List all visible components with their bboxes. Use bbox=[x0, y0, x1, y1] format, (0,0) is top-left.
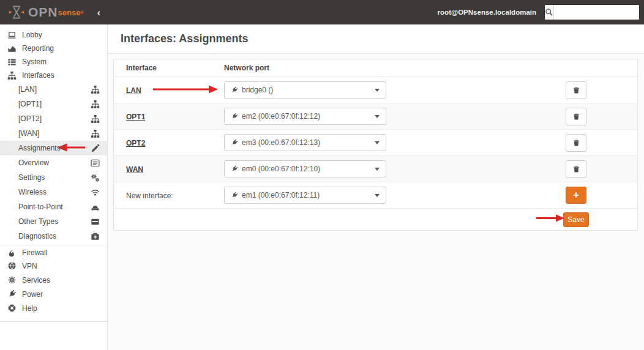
opnsense-logo-icon bbox=[9, 5, 24, 20]
interface-link-opt1[interactable]: OPT1 bbox=[126, 113, 145, 121]
pencil-icon bbox=[91, 144, 100, 153]
selected-port-label: em1 (00:e0:67:0f:12:11) bbox=[242, 191, 320, 199]
chevron-down-icon bbox=[375, 194, 380, 197]
sidebar-item-services[interactable]: Services bbox=[0, 273, 107, 287]
sitemap-icon bbox=[7, 71, 17, 80]
table-row: WAN em0 (00:e0:67:0f:12:10) bbox=[114, 155, 637, 182]
table-row: LAN bridge0 () bbox=[114, 76, 637, 103]
selected-port-label: bridge0 () bbox=[242, 86, 273, 94]
plug-icon bbox=[231, 192, 238, 199]
network-port-select-opt1[interactable]: em2 (00:e0:67:0f:12:12) bbox=[224, 108, 386, 125]
fire-icon bbox=[7, 248, 17, 258]
chevron-down-icon bbox=[375, 168, 380, 171]
sidebar-item-firewall[interactable]: Firewall bbox=[0, 245, 107, 259]
search-box[interactable] bbox=[544, 4, 640, 20]
sidebar-item-label: Settings bbox=[18, 173, 45, 182]
sidebar-item-label: Assignments bbox=[18, 144, 61, 152]
sidebar-divider bbox=[0, 321, 107, 322]
network-port-select-wan[interactable]: em0 (00:e0:67:0f:12:10) bbox=[224, 160, 386, 177]
opnsense-logo[interactable]: OPNsense® bbox=[9, 5, 84, 20]
sitemap-icon bbox=[91, 114, 100, 124]
sidebar-item-lobby[interactable]: Lobby bbox=[0, 28, 107, 42]
sidebar-item-label: [WAN] bbox=[18, 129, 39, 138]
sidebar-item-label: System bbox=[22, 58, 47, 66]
sidebar-collapse-chevron-icon[interactable]: ‹ bbox=[97, 7, 101, 18]
interface-link-lan[interactable]: LAN bbox=[126, 86, 141, 95]
sidebar-item-assignments[interactable]: Assignments bbox=[0, 141, 107, 155]
new-interface-label: New interface: bbox=[126, 192, 173, 200]
selected-port-label: em0 (00:e0:67:0f:12:10) bbox=[242, 165, 320, 173]
search-input[interactable] bbox=[554, 5, 640, 20]
sidebar-item-settings[interactable]: Settings bbox=[0, 170, 107, 185]
plug-icon bbox=[231, 113, 238, 120]
sidebar-item-wireless[interactable]: Wireless bbox=[0, 185, 107, 199]
sidebar-item-label: VPN bbox=[22, 262, 37, 270]
main-content: Interfaces: Assignments Interface Networ… bbox=[108, 24, 644, 350]
interface-link-opt2[interactable]: OPT2 bbox=[126, 139, 145, 147]
sidebar-item-help[interactable]: Help bbox=[0, 301, 107, 315]
sidebar-item-reporting[interactable]: Reporting bbox=[0, 42, 107, 55]
sidebar-item-label: Wireless bbox=[18, 188, 47, 196]
sidebar-item-other-types[interactable]: Other Types bbox=[0, 214, 107, 229]
sidebar-item-opt1[interactable]: [OPT1] bbox=[0, 97, 107, 111]
sidebar-item-vpn[interactable]: VPN bbox=[0, 259, 107, 273]
list-icon bbox=[7, 58, 17, 67]
top-header-bar: OPNsense® ‹ root@OPNsense.localdomain bbox=[0, 0, 644, 24]
table-row: OPT1 em2 (00:e0:67:0f:12:12) bbox=[114, 103, 637, 129]
table-header-row: Interface Network port bbox=[114, 59, 637, 76]
logged-in-user-label: root@OPNsense.localdomain bbox=[438, 9, 536, 16]
globe-icon bbox=[7, 261, 17, 270]
sidebar-item-wan[interactable]: [WAN] bbox=[0, 126, 107, 141]
network-port-select-opt2[interactable]: em3 (00:e0:67:0f:12:13) bbox=[224, 134, 386, 151]
column-header-interface: Interface bbox=[114, 64, 224, 72]
trash-icon bbox=[572, 86, 580, 94]
plug-icon bbox=[231, 165, 238, 173]
sidebar-item-point-to-point[interactable]: Point-to-Point bbox=[0, 199, 107, 214]
page-title: Interfaces: Assignments bbox=[121, 32, 248, 45]
title-bar: Interfaces: Assignments bbox=[108, 24, 644, 54]
interface-link-wan[interactable]: WAN bbox=[126, 165, 143, 174]
save-button[interactable]: Save bbox=[563, 212, 589, 227]
add-interface-button[interactable]: + bbox=[566, 187, 586, 204]
plug-icon bbox=[231, 139, 238, 146]
logo-text-opn: OPN bbox=[28, 5, 58, 20]
network-port-select-lan[interactable]: bridge0 () bbox=[224, 81, 386, 99]
sidebar-item-overview[interactable]: Overview bbox=[0, 155, 107, 170]
sidebar-item-label: [LAN] bbox=[18, 85, 37, 94]
plug-icon bbox=[231, 86, 238, 94]
network-port-select-new[interactable]: em1 (00:e0:67:0f:12:11) bbox=[224, 187, 386, 204]
sidebar-item-label: Point-to-Point bbox=[18, 203, 63, 211]
wifi-icon bbox=[91, 188, 100, 197]
area-chart-icon bbox=[7, 44, 17, 53]
sidebar-item-power[interactable]: Power bbox=[0, 287, 107, 301]
logo-registered-mark: ® bbox=[80, 10, 83, 15]
archive-icon bbox=[91, 217, 100, 226]
sidebar-item-diagnostics[interactable]: Diagnostics bbox=[0, 229, 107, 244]
selected-port-label: em3 (00:e0:67:0f:12:13) bbox=[242, 138, 320, 147]
sidebar-item-label: [OPT2] bbox=[18, 114, 42, 123]
sitemap-icon bbox=[91, 85, 100, 94]
delete-wan-button[interactable] bbox=[566, 160, 586, 178]
sidebar-item-label: Overview bbox=[18, 158, 49, 167]
sidebar-item-interfaces[interactable]: Interfaces bbox=[0, 69, 107, 82]
sidebar-item-system[interactable]: System bbox=[0, 55, 107, 69]
logo-text-sense: sense bbox=[58, 8, 81, 17]
table-row: OPT2 em3 (00:e0:67:0f:12:13) bbox=[114, 129, 637, 155]
list-alt-icon bbox=[91, 158, 100, 168]
chevron-down-icon bbox=[375, 89, 380, 92]
sidebar-item-opt2[interactable]: [OPT2] bbox=[0, 111, 107, 126]
sidebar-item-lan[interactable]: [LAN] bbox=[0, 82, 107, 97]
sidebar-item-label: Firewall bbox=[22, 248, 47, 257]
sidebar-item-label: Other Types bbox=[18, 217, 58, 226]
search-icon bbox=[545, 5, 554, 20]
delete-opt2-button[interactable] bbox=[566, 134, 586, 152]
sidebar-item-label: Services bbox=[22, 276, 50, 285]
delete-opt1-button[interactable] bbox=[566, 108, 586, 125]
selected-port-label: em2 (00:e0:67:0f:12:12) bbox=[242, 112, 320, 121]
sidebar-item-label: Help bbox=[22, 304, 37, 313]
modem-icon bbox=[91, 203, 100, 212]
gear-icon bbox=[7, 275, 17, 285]
delete-lan-button[interactable] bbox=[566, 81, 586, 99]
sitemap-icon bbox=[91, 100, 100, 109]
cogs-icon bbox=[91, 173, 100, 182]
